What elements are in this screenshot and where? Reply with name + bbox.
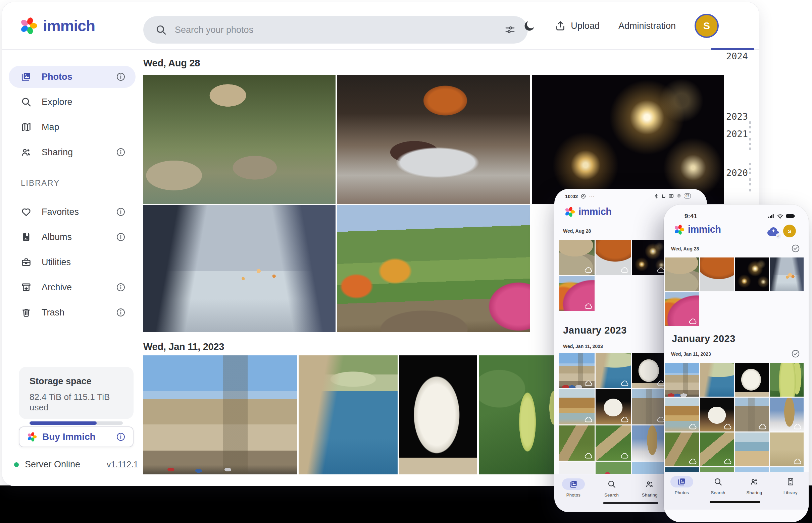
cloud-backup-icon — [724, 423, 732, 430]
thumb-holding-hands[interactable] — [770, 257, 804, 291]
photo-autumn-park-path[interactable] — [337, 205, 530, 332]
sidebar-item-favorites[interactable]: Favorites — [9, 201, 136, 223]
thumb-marble-sculpture[interactable] — [700, 398, 734, 431]
server-online-dot — [14, 462, 19, 467]
select-all-check-icon[interactable] — [791, 244, 800, 253]
thumb-castle-ruins[interactable] — [632, 389, 667, 425]
thumb-lizard[interactable] — [559, 426, 594, 461]
storage-usage-text: 82.4 TiB of 115.1 TiB used — [30, 392, 123, 413]
thumb-airplane[interactable] — [735, 467, 769, 472]
home-indicator[interactable] — [603, 502, 658, 504]
thumb-bust[interactable] — [735, 363, 769, 397]
info-icon[interactable] — [116, 432, 125, 441]
thumb-beach-cliff[interactable] — [665, 398, 699, 431]
battery-icon — [786, 214, 795, 219]
library-book-icon — [786, 477, 795, 486]
thumb-berries[interactable] — [770, 363, 804, 397]
thumb-church-tower[interactable] — [632, 426, 667, 461]
app-logo[interactable]: immich — [19, 17, 95, 35]
sidebar-item-archive[interactable]: Archive — [9, 276, 136, 299]
photo-holding-hands[interactable] — [143, 205, 335, 332]
thumb-marble-sculpture[interactable] — [595, 389, 631, 425]
scrubber-year[interactable]: 2020 — [726, 168, 756, 178]
thumb-lizard[interactable] — [665, 432, 699, 466]
dark-mode-toggle-icon[interactable] — [523, 19, 536, 32]
info-icon[interactable] — [116, 207, 125, 217]
thumb-autumn-path[interactable] — [665, 292, 699, 326]
info-icon[interactable] — [116, 147, 125, 157]
thumb-flowers[interactable] — [595, 462, 631, 474]
thumb-sandy-shore[interactable] — [770, 432, 804, 466]
scrubber-year[interactable]: 2024 — [726, 51, 756, 61]
photo-white-bust-sculpture[interactable] — [399, 355, 477, 474]
thumb-fireworks[interactable] — [735, 257, 769, 291]
thumb-fireworks[interactable] — [632, 240, 667, 275]
search-bar[interactable] — [143, 16, 528, 43]
thumb-underwater[interactable] — [665, 467, 699, 472]
thumb-dinner[interactable] — [595, 240, 631, 275]
server-version: v1.112.1 — [107, 459, 138, 469]
sidebar-item-trash[interactable]: Trash — [9, 301, 136, 324]
thumb-lizard-closeup[interactable] — [595, 426, 631, 461]
thumb-castle-walls[interactable] — [559, 353, 594, 388]
info-icon[interactable] — [116, 72, 125, 82]
thumb-coast[interactable] — [700, 363, 734, 397]
nav-tab-sharing[interactable]: Sharing — [631, 474, 669, 512]
thumb-flowers[interactable] — [700, 467, 734, 472]
thumb-castle-ruins[interactable] — [735, 398, 769, 431]
photo-autumn-dinner-table[interactable] — [337, 75, 530, 204]
sidebar-item-utilities[interactable]: Utilities — [9, 251, 136, 273]
buy-immich-button[interactable]: Buy Immich — [19, 427, 134, 447]
select-day-check-icon[interactable] — [791, 349, 800, 358]
nav-tab-library[interactable]: Library — [773, 472, 809, 510]
thumb-bust[interactable] — [632, 353, 667, 388]
user-avatar[interactable]: S — [694, 14, 719, 38]
user-avatar[interactable]: S — [783, 224, 796, 237]
nav-tab-photos[interactable]: Photos — [664, 472, 700, 510]
trash-icon — [21, 307, 32, 318]
thumb-lizard-closeup[interactable] — [700, 432, 734, 466]
cloud-backup-icon — [585, 303, 592, 309]
thumb-beach[interactable] — [735, 432, 769, 466]
upload-button[interactable]: Upload — [555, 20, 600, 32]
administration-link[interactable]: Administration — [618, 21, 676, 31]
home-indicator[interactable] — [710, 501, 760, 503]
scrubber-position-indicator[interactable] — [711, 48, 754, 50]
thumb-dinner[interactable] — [700, 257, 734, 291]
upload-icon — [555, 20, 566, 32]
sidebar-item-albums[interactable]: Albums — [9, 226, 136, 248]
sidebar-item-sharing[interactable]: Sharing — [9, 141, 136, 163]
nav-tab-sharing[interactable]: Sharing — [736, 472, 773, 510]
nav-tab-search[interactable]: Search — [700, 472, 736, 510]
info-icon[interactable] — [116, 232, 125, 242]
photo-dubrovnik-walls[interactable] — [143, 355, 297, 474]
thumb-castle-walls[interactable] — [665, 363, 699, 397]
thumb-coast[interactable] — [595, 353, 631, 388]
thumb-autumn-path[interactable] — [559, 276, 594, 311]
scrubber-year[interactable]: 2021 — [726, 129, 756, 139]
top-bar: immich Upload Administration S — [2, 2, 759, 50]
nav-tab-search[interactable]: Search — [592, 474, 631, 512]
sidebar-item-map[interactable]: Map — [9, 116, 136, 138]
sync-check-badge: ✓ — [776, 233, 781, 239]
info-icon[interactable] — [116, 308, 125, 317]
photo-fireworks[interactable] — [532, 75, 724, 204]
thumb-partial[interactable] — [559, 462, 594, 474]
search-input[interactable] — [175, 25, 496, 35]
thumb-winter-church[interactable] — [770, 398, 804, 431]
info-icon[interactable] — [116, 283, 125, 292]
photo-coastal-fort[interactable] — [299, 355, 398, 474]
scrubber-year[interactable]: 2023 — [726, 111, 756, 122]
search-filter-icon[interactable] — [504, 24, 516, 36]
photo-zoo-monkeys[interactable] — [143, 75, 335, 204]
thumb-zoo-monkeys[interactable] — [665, 257, 699, 291]
thumb-beach-cliff[interactable] — [559, 389, 594, 425]
thumb-sky[interactable] — [770, 467, 804, 472]
sidebar-item-explore[interactable]: Explore — [9, 91, 136, 113]
nav-tab-photos[interactable]: Photos — [554, 474, 592, 512]
thumb-airplane[interactable] — [632, 462, 667, 474]
battery-indicator: 97 — [684, 194, 691, 198]
data-saver-icon — [581, 194, 586, 199]
sidebar-item-photos[interactable]: Photos — [9, 66, 136, 88]
thumb-zoo-monkeys[interactable] — [559, 240, 594, 275]
